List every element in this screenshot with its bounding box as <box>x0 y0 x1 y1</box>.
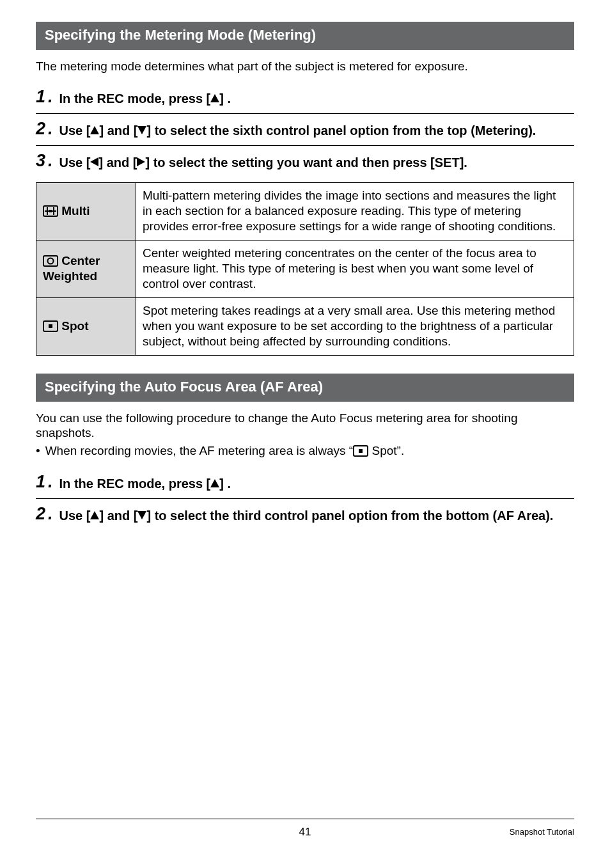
bullet-text: When recording movies, the AF metering a… <box>45 443 405 459</box>
step2-mid: ] and [ <box>99 123 137 138</box>
up-icon <box>210 479 219 487</box>
table-row: Multi Multi-pattern metering divides the… <box>36 182 574 240</box>
svg-rect-3 <box>49 210 52 212</box>
af-step1-prefix: In the REC mode, press [ <box>59 477 211 491</box>
step-3-metering: 3. Use [] and [] to select the setting y… <box>36 152 574 171</box>
down-icon <box>137 126 146 134</box>
row-label-center: Center Weighted <box>36 240 136 297</box>
af-step2-mid: ] and [ <box>99 509 137 523</box>
page-number: 41 <box>36 826 574 839</box>
step-text: Use [] and [] to select the sixth contro… <box>59 120 536 139</box>
step1-prefix: In the REC mode, press [ <box>59 91 211 106</box>
af-step2-prefix: Use [ <box>59 509 91 523</box>
step-text: Use [] and [] to select the setting you … <box>59 152 467 171</box>
step-dot: . <box>48 120 53 138</box>
up-icon <box>210 94 219 102</box>
center-weighted-icon <box>43 255 58 267</box>
left-icon <box>90 157 98 166</box>
metering-table: Multi Multi-pattern metering divides the… <box>36 182 574 356</box>
step-dot: . <box>48 505 53 523</box>
step-2-metering: 2. Use [] and [] to select the sixth con… <box>36 120 574 139</box>
step-text: In the REC mode, press [] . <box>59 473 231 492</box>
center-desc: Center weighted metering concentrates on… <box>136 240 574 297</box>
section-header-afarea: Specifying the Auto Focus Area (AF Area) <box>36 374 574 402</box>
multi-metering-icon <box>43 205 58 217</box>
down-icon <box>137 511 146 519</box>
step-dot: . <box>48 88 53 106</box>
step2-suffix: ] to select the sixth control panel opti… <box>146 123 536 138</box>
page-content: Specifying the Metering Mode (Metering) … <box>0 0 610 846</box>
step-number: 2 <box>36 120 45 138</box>
svg-rect-6 <box>359 449 363 453</box>
page-footer: 41 Snapshot Tutorial <box>36 818 574 846</box>
step-dot: . <box>48 473 53 491</box>
svg-rect-5 <box>49 324 52 328</box>
step-number: 2 <box>36 505 45 523</box>
step-text: In the REC mode, press [] . <box>59 88 231 107</box>
step-1-afarea: 1. In the REC mode, press [] . <box>36 473 574 492</box>
row-label-spot: Spot <box>36 297 136 355</box>
up-icon <box>90 126 99 134</box>
step-number: 3 <box>36 152 45 170</box>
intro-afarea: You can use the following procedure to c… <box>36 411 574 441</box>
step3-prefix: Use [ <box>59 155 91 170</box>
step2-prefix: Use [ <box>59 123 91 138</box>
step-separator <box>36 113 574 114</box>
svg-point-4 <box>48 258 54 264</box>
table-row: Spot Spot metering takes readings at a v… <box>36 297 574 355</box>
step-number: 1 <box>36 88 45 106</box>
spot-metering-icon <box>43 320 58 332</box>
bullet-suffix: Spot”. <box>368 444 404 457</box>
table-row: Center Weighted Center weighted metering… <box>36 240 574 297</box>
spot-label: Spot <box>61 319 88 333</box>
step3-suffix: ] to select the setting you want and the… <box>145 155 467 170</box>
bullet-af-note: • When recording movies, the AF metering… <box>36 443 574 459</box>
intro-metering: The metering mode determines what part o… <box>36 59 574 74</box>
step-1-metering: 1. In the REC mode, press [] . <box>36 88 574 107</box>
step-2-afarea: 2. Use [] and [] to select the third con… <box>36 505 574 524</box>
af-step2-suffix: ] to select the third control panel opti… <box>146 509 553 523</box>
spot-desc: Spot metering takes readings at a very s… <box>136 297 574 355</box>
step-dot: . <box>48 152 53 170</box>
step1-suffix: ] . <box>219 91 231 106</box>
step-text: Use [] and [] to select the third contro… <box>59 505 554 524</box>
bullet-dot: • <box>36 443 40 459</box>
step-number: 1 <box>36 473 45 491</box>
step-separator <box>36 498 574 499</box>
step-separator <box>36 145 574 146</box>
up-icon <box>90 511 99 519</box>
bullet-prefix: When recording movies, the AF metering a… <box>45 444 354 457</box>
row-label-multi: Multi <box>36 182 136 240</box>
spot-af-icon <box>353 445 368 457</box>
af-step1-suffix: ] . <box>219 477 231 491</box>
right-icon <box>137 157 145 166</box>
multi-label: Multi <box>61 204 90 217</box>
step3-mid: ] and [ <box>98 155 137 170</box>
multi-desc: Multi-pattern metering divides the image… <box>136 182 574 240</box>
footer-section-name: Snapshot Tutorial <box>510 827 574 837</box>
section-header-metering: Specifying the Metering Mode (Metering) <box>36 22 574 50</box>
